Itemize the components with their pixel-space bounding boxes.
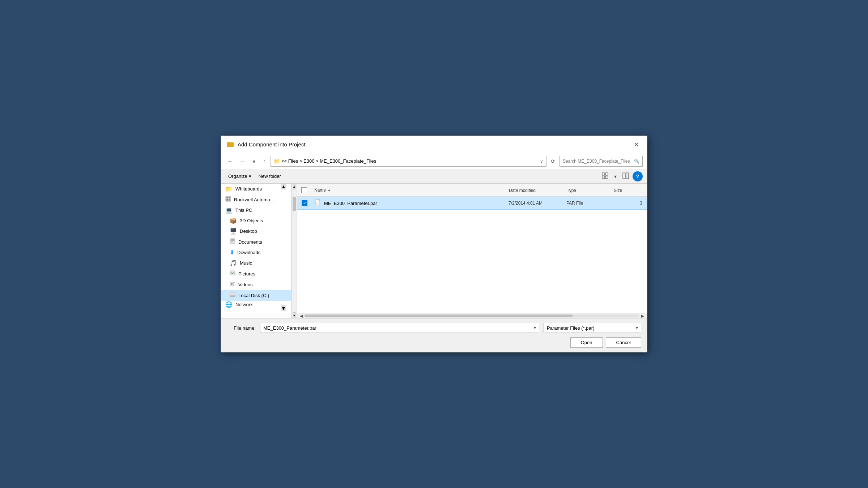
filetype-select-text: Parameter Files (*.par) [547,325,634,331]
forward-button[interactable]: → [238,157,247,166]
sidebar-item-whiteboards[interactable]: 📁 Whiteboards [221,184,291,194]
svg-rect-27 [316,203,319,203]
sidebar-item-rockwell[interactable]: Rockwell Automa... [221,194,291,205]
table-row[interactable]: ✓ ME_E300_Parameter.par 7/2/2014 4:01 AM [297,197,647,210]
sidebar-item-music[interactable]: 🎵 Music [221,258,291,268]
action-bar: Organize ▾ New folder ▾ ? [221,169,647,184]
address-path: << Files > E300 > ME_E300_Faceplate_File… [281,158,539,164]
up-button[interactable]: ↑ [261,157,268,166]
view-preview-button[interactable] [620,171,631,181]
header-date-label: Date modified [509,188,536,193]
filename-dropdown-button[interactable]: ▾ [534,325,536,330]
view-controls: ▾ ? [600,171,643,181]
sidebar: ▲ 📁 Whiteboards [221,184,292,318]
scrollbar-h-thumb[interactable] [305,314,573,317]
file-date-text: 7/2/2014 4:01 AM [509,201,566,206]
header-name-label: Name [314,188,326,193]
filename-row: File name: ▾ Parameter Files (*.par) ▾ [227,323,641,333]
scrollbar-thumb[interactable] [293,197,296,211]
scroll-right-arrow[interactable]: ▶ [639,313,646,318]
svg-rect-4 [605,173,608,175]
open-button[interactable]: Open [570,337,603,348]
file-type-text: PAR File [566,201,613,206]
desktop-icon: 🖥️ [230,228,237,235]
close-button[interactable]: ✕ [631,140,641,150]
address-dropdown-button[interactable]: ∨ [540,159,543,164]
sidebar-item-this-pc[interactable]: 💻 This PC [221,205,291,215]
help-button[interactable]: ? [633,171,643,181]
file-size-text: 3 [613,201,642,206]
svg-rect-6 [605,176,608,179]
file-type-icon [315,199,321,207]
filetype-dropdown-button[interactable]: ▾ [636,325,638,330]
refresh-button[interactable]: ⟳ [549,158,557,165]
cancel-button[interactable]: Cancel [606,337,641,348]
header-date-col[interactable]: Date modified [509,187,567,193]
sidebar-item-local-disk[interactable]: Local Disk (C:) [221,290,291,301]
svg-rect-28 [316,204,318,204]
header-size-col[interactable]: Size [614,187,643,193]
filename-label: File name: [227,325,256,331]
sidebar-label-this-pc: This PC [235,207,252,213]
header-type-label: Type [567,188,576,193]
downloads-icon: ⬇ [230,249,234,256]
horizontal-scrollbar[interactable]: ◀ ▶ [297,313,647,318]
sidebar-label-network: Network [235,302,253,307]
svg-rect-12 [226,199,228,201]
sidebar-scrollbar[interactable]: ▲ ▼ [292,184,297,318]
svg-rect-23 [230,295,235,296]
search-bar[interactable]: 🔍 [559,156,643,167]
action-bar-left: Organize ▾ New folder [225,172,284,180]
sidebar-item-desktop[interactable]: 🖥️ Desktop [221,226,291,236]
sidebar-scroll-up[interactable]: ▲ [281,184,286,189]
header-type-col[interactable]: Type [567,187,614,193]
search-icon: 🔍 [634,159,639,164]
svg-rect-5 [602,176,605,179]
svg-rect-10 [226,197,228,198]
scrollbar-h-track[interactable] [305,314,639,317]
sidebar-scroll-down[interactable]: ▼ [281,305,286,311]
scroll-left-arrow[interactable]: ◀ [298,313,305,318]
header-name-col[interactable]: Name ▲ [314,188,509,193]
search-input[interactable] [563,159,633,164]
filename-input[interactable] [263,325,532,331]
header-checkbox[interactable] [301,187,307,193]
scrollbar-down-arrow[interactable]: ▼ [293,312,296,318]
organize-button[interactable]: Organize ▾ [225,172,254,180]
filetype-select-wrap[interactable]: Parameter Files (*.par) ▾ [544,323,641,333]
back-button[interactable]: ← [225,157,235,166]
file-list-area: Name ▲ Date modified Type Size ✓ [297,184,647,318]
sidebar-item-videos[interactable]: Videos [221,279,291,290]
view-grid-button[interactable] [600,171,610,181]
dialog-icon [227,141,234,148]
address-bar[interactable]: 📁 << Files > E300 > ME_E300_Faceplate_Fi… [271,156,546,167]
sidebar-label-3d-objects: 3D Objects [240,218,263,223]
sidebar-label-rockwell: Rockwell Automa... [234,197,274,202]
pictures-icon [230,270,235,277]
sidebar-label-music: Music [240,260,252,266]
svg-point-19 [231,272,232,273]
filename-input-wrap[interactable]: ▾ [260,323,539,333]
new-folder-button[interactable]: New folder [256,172,284,180]
sidebar-label-pictures: Pictures [238,271,255,277]
svg-rect-11 [229,197,230,198]
bottom-bar: File name: ▾ Parameter Files (*.par) ▾ O… [221,318,647,352]
local-disk-icon [230,292,235,299]
network-icon: 🌐 [225,301,233,308]
sort-arrow-icon: ▲ [327,188,331,192]
button-row: Open Cancel [227,337,641,348]
sidebar-item-documents[interactable]: Documents [221,236,291,247]
dialog-window: Add Component into Project ✕ ← → ∨ ↑ 📁 <… [221,136,647,352]
sidebar-item-downloads[interactable]: ⬇ Downloads [221,247,291,258]
3d-objects-icon: 📦 [230,217,237,224]
sidebar-label-documents: Documents [238,239,262,245]
file-checkbox[interactable]: ✓ [302,200,307,206]
dropdown-button[interactable]: ∨ [250,157,258,166]
sidebar-item-network[interactable]: 🌐 Network [221,301,291,308]
file-list: ✓ ME_E300_Parameter.par 7/2/2014 4:01 AM [297,197,647,313]
view-dropdown-button[interactable]: ▾ [612,172,619,181]
sidebar-item-pictures[interactable]: Pictures [221,268,291,279]
scrollbar-up-arrow[interactable]: ▲ [293,184,296,189]
whiteboards-icon: 📁 [225,185,233,192]
sidebar-item-3d-objects[interactable]: 📦 3D Objects [221,215,291,226]
